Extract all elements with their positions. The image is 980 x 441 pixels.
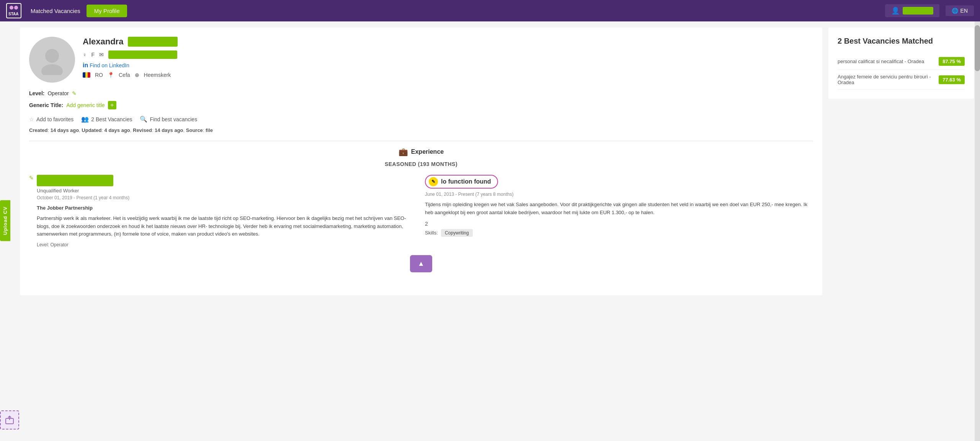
experience-subtitle: SEASONED (193 MONTHS)	[29, 161, 813, 167]
experience-card-1: ✎ Unqualified Worker October 01, 2019 - …	[29, 175, 417, 247]
revised-label: Revised	[133, 127, 152, 133]
exp1-company: The Jobber Partnership	[37, 204, 417, 212]
best-vacancies-label: 2 Best Vacancies	[91, 116, 132, 122]
app-header: STAA Matched Vacancies My Profile 👤 🌐 EN	[0, 0, 980, 21]
level-edit-icon[interactable]: ✎	[72, 90, 77, 96]
level-value: Operator	[47, 90, 69, 96]
exp1-level-label: Level:	[37, 242, 49, 247]
vacancy-list: personal calificat si necalificat - Orad…	[838, 53, 965, 90]
svg-point-4	[45, 49, 59, 63]
gender-value: F	[91, 52, 95, 58]
profile-name-text: Alexandra	[83, 37, 123, 47]
vacancy-name-1: Angajez femeie de serviciu pentru birour…	[838, 74, 939, 85]
exp2-title-text: lo function found	[441, 178, 491, 185]
gender-icon: ♀	[83, 52, 87, 58]
exp2-no-function-title: ✎ lo function found	[425, 175, 498, 189]
level-row: Level: Operator ✎	[29, 90, 813, 96]
profile-name-row: Alexandra	[83, 37, 813, 47]
globe-icon: 🌐	[952, 8, 958, 14]
lang-text: EN	[960, 8, 968, 14]
vacancies-title: 2 Best Vacancies Matched	[838, 37, 965, 46]
exp2-num: 2	[425, 221, 813, 227]
vacancy-name-0: personal calificat si necalificat - Orad…	[838, 59, 939, 64]
meta-row: Created: 14 days ago, Updated: 4 days ag…	[29, 127, 813, 133]
linkedin-link[interactable]: in Find on LinkedIn	[83, 62, 813, 69]
users-icon: 👥	[81, 116, 89, 123]
header-user-section[interactable]: 👤	[885, 4, 939, 17]
updated-value: 4 days ago	[105, 127, 130, 133]
upload-cv-tab[interactable]: Upload CV	[0, 200, 10, 241]
section-divider	[29, 141, 813, 141]
exp1-date: October 01, 2019 - Present (1 year 4 mon…	[37, 195, 417, 200]
vacancy-item-0[interactable]: personal calificat si necalificat - Orad…	[838, 53, 965, 70]
scrollbar[interactable]	[975, 21, 980, 301]
scrollbar-thumb[interactable]	[975, 25, 980, 71]
country-code: RO	[95, 72, 103, 78]
nav-my-profile-button[interactable]: My Profile	[87, 5, 127, 17]
add-to-favorites-label: Add to favorites	[36, 116, 74, 122]
city-separator: ⊕	[135, 72, 139, 78]
email-redacted-bar	[108, 50, 177, 59]
add-generic-title-button[interactable]: +	[108, 101, 116, 109]
add-generic-title-link[interactable]: Add generic title	[66, 102, 105, 108]
name-redacted-bar	[128, 37, 178, 47]
exp1-level-value: Operator	[50, 242, 68, 247]
created-value: 14 days ago	[51, 127, 79, 133]
exp1-description: Partnership werk ik als marketeer. Het i…	[37, 215, 417, 238]
scroll-top-button[interactable]: ▲	[410, 255, 432, 272]
svg-point-1	[14, 6, 18, 10]
briefcase-icon: 💼	[399, 147, 408, 156]
experience-cards: ✎ Unqualified Worker October 01, 2019 - …	[29, 175, 813, 247]
vacancy-item-1[interactable]: Angajez femeie de serviciu pentru birour…	[838, 70, 965, 90]
vacancy-pct-1: 77.63 %	[939, 75, 965, 84]
main-wrapper: Alexandra ♀ F ✉ in Find on LinkedIn RO 📍	[14, 21, 980, 301]
vacancy-pct-0: 87.75 %	[939, 57, 965, 66]
generic-title-label: Generic Title:	[29, 102, 63, 108]
best-vacancies-action[interactable]: 👥 2 Best Vacancies	[81, 116, 132, 123]
svg-point-5	[41, 64, 63, 75]
logo: STAA	[6, 3, 21, 18]
add-to-favorites-action[interactable]: ☆ Add to favorites	[29, 116, 74, 122]
exp1-title-bar	[37, 175, 113, 186]
exp1-edit-icon[interactable]: ✎	[29, 175, 34, 181]
nav-matched-vacancies[interactable]: Matched Vacancies	[31, 8, 80, 14]
user-icon: 👤	[891, 7, 900, 15]
experience-header: 💼 Experience	[29, 147, 813, 156]
created-label: Created	[29, 127, 47, 133]
level-label: Level:	[29, 90, 44, 96]
linkedin-icon: in	[83, 62, 88, 69]
find-best-vacancies-action[interactable]: 🔍 Find best vacancies	[140, 116, 197, 123]
user-name-bar	[903, 7, 933, 15]
vacancies-card: 2 Best Vacancies Matched personal califi…	[828, 28, 974, 99]
source-value: file	[206, 127, 213, 133]
avatar	[29, 37, 75, 83]
exp1-level: Level: Operator	[37, 242, 417, 247]
email-icon: ✉	[99, 52, 104, 58]
svg-text:STAA: STAA	[8, 12, 18, 16]
exp2-description: Tijdens mijn opleiding kregen we het vak…	[425, 201, 813, 217]
skills-label: Skills:	[425, 230, 438, 236]
profile-section: Alexandra ♀ F ✉ in Find on LinkedIn RO 📍	[20, 28, 822, 295]
linkedin-text: Find on LinkedIn	[90, 62, 129, 68]
exp1-subtitle: Unqualified Worker	[37, 188, 417, 194]
actions-row: ☆ Add to favorites 👥 2 Best Vacancies 🔍 …	[29, 116, 813, 123]
profile-meta-row: ♀ F ✉	[83, 50, 813, 59]
exp2-edit-icon[interactable]: ✎	[429, 177, 438, 186]
flag-ro-icon	[83, 72, 90, 78]
star-icon: ☆	[29, 116, 34, 122]
city2: Heemskerk	[144, 72, 171, 78]
profile-header: Alexandra ♀ F ✉ in Find on LinkedIn RO 📍	[29, 37, 813, 83]
location-pin-icon: 📍	[108, 72, 114, 78]
header-right: 👤 🌐 EN	[885, 4, 974, 17]
logo-icon: STAA	[6, 3, 21, 18]
city1: Cefa	[119, 72, 130, 78]
profile-location: RO 📍 Cefa ⊕ Heemskerk	[83, 72, 813, 78]
header-lang[interactable]: 🌐 EN	[946, 5, 974, 16]
search-icon: 🔍	[140, 116, 147, 123]
experience-title: Experience	[411, 148, 444, 155]
updated-label: Updated	[82, 127, 101, 133]
svg-point-0	[10, 6, 13, 10]
exp2-skills-row: Skills: Copywriting	[425, 229, 813, 237]
skill-tag-copywriting: Copywriting	[441, 229, 473, 237]
exp2-date: June 01, 2013 - Present (7 years 8 month…	[425, 192, 813, 197]
